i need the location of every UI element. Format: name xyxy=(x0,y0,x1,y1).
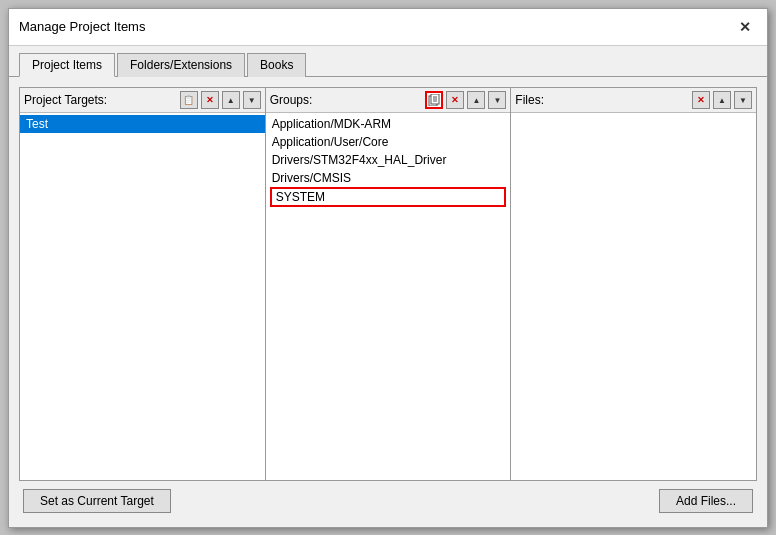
targets-up-icon xyxy=(227,94,235,105)
groups-new-icon xyxy=(428,94,440,106)
files-header: Files: xyxy=(511,88,756,113)
groups-up-button[interactable] xyxy=(467,91,485,109)
groups-delete-icon xyxy=(451,94,459,105)
groups-down-button[interactable] xyxy=(488,91,506,109)
files-down-button[interactable] xyxy=(734,91,752,109)
project-targets-panel: Project Targets: 📋 Test xyxy=(19,87,266,481)
list-item[interactable]: Test xyxy=(20,115,265,133)
targets-up-button[interactable] xyxy=(222,91,240,109)
list-item[interactable]: Drivers/STM32F4xx_HAL_Driver xyxy=(266,151,511,169)
dialog-title: Manage Project Items xyxy=(19,19,145,34)
groups-edit-input[interactable] xyxy=(270,187,507,207)
targets-list: Test xyxy=(20,113,265,480)
targets-header: Project Targets: 📋 xyxy=(20,88,265,113)
files-panel: Files: xyxy=(510,87,757,481)
list-item[interactable]: Drivers/CMSIS xyxy=(266,169,511,187)
groups-down-icon xyxy=(493,94,501,105)
list-item[interactable]: Application/MDK-ARM xyxy=(266,115,511,133)
files-up-icon xyxy=(718,94,726,105)
files-title: Files: xyxy=(515,93,689,107)
tabs-bar: Project Items Folders/Extensions Books xyxy=(9,46,767,77)
targets-new-button[interactable]: 📋 xyxy=(180,91,198,109)
groups-panel: Groups: xyxy=(265,87,512,481)
list-item[interactable]: Application/User/Core xyxy=(266,133,511,151)
manage-project-items-dialog: Manage Project Items ✕ Project Items Fol… xyxy=(8,8,768,528)
groups-up-icon xyxy=(472,94,480,105)
targets-delete-icon xyxy=(206,94,214,105)
files-delete-icon xyxy=(697,94,705,105)
files-delete-button[interactable] xyxy=(692,91,710,109)
add-files-button[interactable]: Add Files... xyxy=(659,489,753,513)
files-down-icon xyxy=(739,94,747,105)
tab-folders-extensions[interactable]: Folders/Extensions xyxy=(117,53,245,77)
groups-new-button[interactable] xyxy=(425,91,443,109)
tab-content: Project Targets: 📋 Test xyxy=(9,77,767,527)
targets-down-button[interactable] xyxy=(243,91,261,109)
groups-delete-button[interactable] xyxy=(446,91,464,109)
tab-project-items[interactable]: Project Items xyxy=(19,53,115,77)
groups-header: Groups: xyxy=(266,88,511,113)
files-list xyxy=(511,113,756,480)
targets-title: Project Targets: xyxy=(24,93,177,107)
set-current-target-button[interactable]: Set as Current Target xyxy=(23,489,171,513)
close-button[interactable]: ✕ xyxy=(733,17,757,37)
panels-container: Project Targets: 📋 Test xyxy=(19,87,757,481)
files-up-button[interactable] xyxy=(713,91,731,109)
groups-title: Groups: xyxy=(270,93,423,107)
tab-books[interactable]: Books xyxy=(247,53,306,77)
targets-down-icon xyxy=(248,94,256,105)
groups-list: Application/MDK-ARM Application/User/Cor… xyxy=(266,113,511,480)
title-bar: Manage Project Items ✕ xyxy=(9,9,767,46)
footer: Set as Current Target Add Files... xyxy=(19,481,757,517)
targets-new-icon: 📋 xyxy=(183,95,194,105)
targets-delete-button[interactable] xyxy=(201,91,219,109)
